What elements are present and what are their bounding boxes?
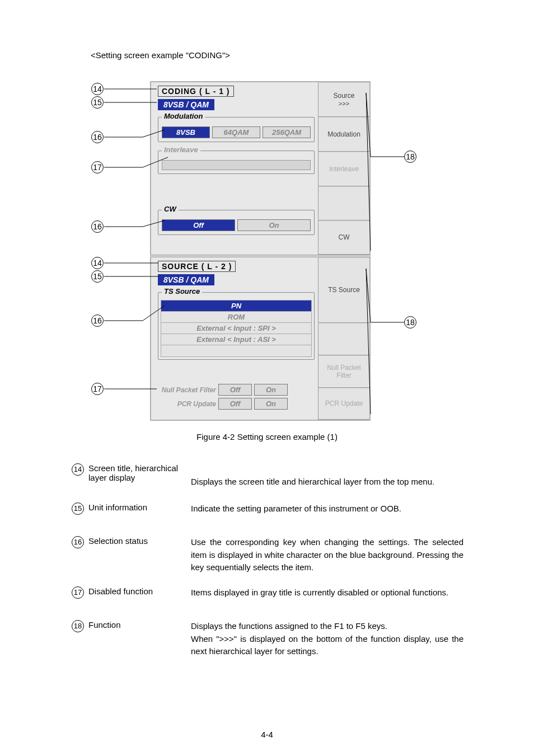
page-number: 4-4 [0, 730, 534, 739]
fn-blank [318, 186, 369, 220]
fn-modulation[interactable]: Modulation [318, 117, 369, 152]
coding-panel: CODING ( L - 1 ) 8VSB / QAM Modulation 8… [150, 81, 371, 256]
coding-unit: 8VSB / QAM [158, 99, 214, 110]
fn-ts-source[interactable]: TS Source [318, 257, 369, 323]
desc-15: 15 Unit information Indicate the setting… [72, 503, 463, 515]
npf-label: Null Packet Filter [154, 386, 216, 394]
cw-group: CW Off On [158, 210, 315, 235]
modulation-opt-64qam[interactable]: 64QAM [212, 126, 260, 138]
fn-npf-l1: Null Packet [318, 364, 369, 372]
fn-blank2 [318, 323, 369, 355]
desc-16-body: Use the corresponding key when changing … [191, 536, 463, 574]
fn-source-label: Source [318, 92, 369, 100]
modulation-label: Modulation [162, 112, 205, 120]
ts-item-extra [161, 345, 312, 357]
desc-14-body: Displays the screen title and hierarchic… [191, 476, 463, 489]
npf-off[interactable]: Off [218, 384, 252, 396]
interleave-label: Interleave [162, 145, 200, 154]
coding-fn-col: Source >>> Modulation Interleave CW [318, 82, 369, 255]
desc-15-body: Indicate the setting parameter of this i… [191, 503, 463, 515]
fn-cw[interactable]: CW [318, 220, 369, 255]
callout-15a: 15 [91, 96, 104, 109]
desc-15-term: Unit information [88, 503, 186, 515]
caption-top: <Setting screen example "CODING"> [91, 50, 230, 60]
desc-18: 18 Function Displays the functions assig… [72, 620, 463, 658]
callout-15b: 15 [91, 270, 104, 283]
desc-16: 16 Selection status Use the correspondin… [72, 536, 463, 574]
cw-opt-off[interactable]: Off [162, 219, 235, 231]
ts-source-label: TS Source [162, 287, 202, 295]
source-panel: SOURCE ( L - 2 ) 8VSB / QAM TS Source PN… [150, 256, 371, 421]
callout-16a: 16 [91, 131, 104, 143]
callout-18b: 18 [404, 316, 416, 328]
cw-label: CW [162, 205, 179, 213]
desc-16-num: 16 [72, 536, 84, 548]
modulation-opt-256qam[interactable]: 256QAM [263, 126, 311, 138]
desc-18-body1: Displays the functions assigned to the F… [191, 620, 463, 633]
ts-item-spi[interactable]: External < Input : SPI > [161, 322, 312, 334]
desc-14-term2: layer display [88, 473, 186, 482]
desc-17-body: Items displayed in gray title is current… [191, 586, 463, 599]
fn-pcr[interactable]: PCR Update [318, 388, 369, 420]
source-fn-col: TS Source Null Packet Filter PCR Update [318, 257, 369, 420]
interleave-group: Interleave [158, 151, 315, 174]
modulation-opt-8vsb[interactable]: 8VSB [162, 126, 210, 138]
figure-caption: Figure 4-2 Setting screen example (1) [0, 432, 534, 442]
desc-18-body2: When ">>>" is displayed on the bottom of… [191, 633, 463, 658]
source-title: SOURCE ( L - 2 ) [158, 261, 236, 272]
ts-source-group: TS Source PN ROM External < Input : SPI … [158, 292, 315, 360]
callout-17b: 17 [91, 383, 104, 395]
desc-17-term: Disabled function [88, 586, 186, 599]
desc-15-num: 15 [72, 503, 84, 515]
fn-npf-l2: Filter [318, 372, 369, 379]
pcr-row: PCR Update Off On [151, 397, 317, 411]
desc-18-term: Function [88, 620, 186, 658]
fn-source-sub: >>> [318, 100, 369, 107]
desc-18-num: 18 [72, 620, 84, 632]
callout-16c: 16 [91, 314, 104, 327]
desc-17: 17 Disabled function Items displayed in … [72, 586, 463, 599]
ts-item-pn[interactable]: PN [161, 300, 312, 312]
desc-14-num: 14 [72, 463, 84, 476]
callout-18a: 18 [404, 151, 416, 163]
desc-14: 14 Screen title, hierarchical layer disp… [72, 463, 463, 489]
modulation-group: Modulation 8VSB 64QAM 256QAM [158, 117, 315, 142]
callout-14b: 14 [91, 257, 104, 269]
callout-16b: 16 [91, 220, 104, 233]
callout-14a: 14 [91, 83, 104, 95]
interleave-bar [162, 160, 311, 170]
cw-opt-on[interactable]: On [237, 219, 311, 231]
desc-16-term: Selection status [88, 536, 186, 574]
pcr-label: PCR Update [154, 400, 216, 408]
fn-npf[interactable]: Null Packet Filter [318, 355, 369, 388]
ts-item-rom[interactable]: ROM [161, 311, 312, 323]
npf-on[interactable]: On [254, 384, 288, 396]
source-unit: 8VSB / QAM [158, 274, 214, 285]
fn-interleave[interactable]: Interleave [318, 152, 369, 186]
desc-17-num: 17 [72, 586, 84, 599]
npf-row: Null Packet Filter Off On [151, 383, 317, 397]
pcr-off[interactable]: Off [218, 398, 252, 410]
ts-item-asi[interactable]: External < Input : ASI > [161, 334, 312, 345]
desc-14-term1: Screen title, hierarchical [88, 463, 186, 473]
coding-title: CODING ( L - 1 ) [158, 86, 234, 97]
callout-17a: 17 [91, 161, 104, 173]
fn-source[interactable]: Source >>> [318, 82, 369, 117]
pcr-on[interactable]: On [254, 398, 288, 410]
